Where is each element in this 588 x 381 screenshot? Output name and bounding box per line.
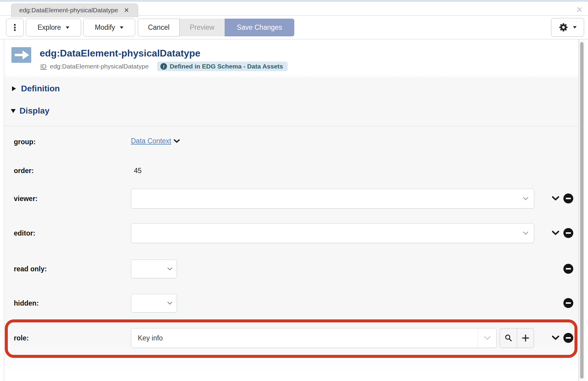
hidden-field-label: hidden: bbox=[14, 299, 39, 307]
select-chevron-icon bbox=[523, 197, 529, 200]
plus-icon bbox=[521, 334, 530, 342]
tab-close-icon[interactable]: × bbox=[124, 7, 129, 13]
chevron-down-icon[interactable] bbox=[174, 139, 180, 143]
viewer-options-chevron-icon[interactable] bbox=[552, 196, 560, 201]
explore-menu-button[interactable]: Explore bbox=[26, 19, 81, 36]
tab-data-element[interactable]: edg:DataElement-physicalDatatype × bbox=[11, 4, 138, 17]
collapsed-triangle-icon bbox=[12, 86, 16, 91]
content-panel: edg:DataElement-physicalDatatype ID edg:… bbox=[4, 39, 579, 381]
kebab-menu-icon: ⋮ bbox=[11, 22, 20, 33]
defined-in-badge: ! Defined in EDG Schema - Data Assets bbox=[157, 62, 287, 71]
section-definition[interactable]: Definition bbox=[12, 84, 60, 93]
role-search-button[interactable] bbox=[500, 328, 517, 348]
scrollbar-thumb[interactable] bbox=[580, 42, 583, 379]
viewer-select[interactable] bbox=[131, 189, 534, 209]
id-value: edg:DataElement-physicalDatatype bbox=[50, 63, 149, 70]
modify-label: Modify bbox=[95, 23, 115, 32]
order-field-label: order: bbox=[14, 166, 34, 175]
editor-field-label: editor: bbox=[14, 229, 35, 237]
search-icon bbox=[504, 334, 513, 342]
hidden-remove-icon[interactable] bbox=[563, 298, 573, 308]
tab-title: edg:DataElement-physicalDatatype bbox=[19, 7, 118, 14]
role-value: Key info bbox=[131, 334, 163, 342]
settings-button[interactable] bbox=[551, 18, 584, 37]
save-changes-button[interactable]: Save Changes bbox=[225, 19, 294, 36]
editor-remove-icon[interactable] bbox=[563, 228, 573, 238]
defined-in-badge-label: Defined in EDG Schema - Data Assets bbox=[170, 63, 283, 70]
modify-menu-button[interactable]: Modify bbox=[83, 19, 135, 36]
read-only-field-label: read only: bbox=[14, 265, 47, 273]
section-display-label: Display bbox=[20, 106, 50, 116]
role-remove-icon[interactable] bbox=[563, 333, 573, 343]
role-field-label: role: bbox=[14, 334, 29, 342]
role-tools-group bbox=[500, 328, 534, 348]
select-chevron-icon bbox=[523, 231, 529, 235]
viewer-field-label: viewer: bbox=[14, 194, 38, 203]
caret-down-icon bbox=[120, 26, 123, 29]
expanded-triangle-icon bbox=[11, 109, 16, 113]
page-title: edg:DataElement-physicalDatatype bbox=[40, 47, 200, 60]
gear-icon bbox=[559, 22, 569, 32]
preview-button[interactable]: Preview bbox=[180, 19, 225, 36]
info-icon: ! bbox=[160, 63, 167, 70]
toolbar: ⋮ Explore Modify Cancel Preview Save Cha… bbox=[0, 16, 588, 39]
hidden-select[interactable] bbox=[131, 294, 177, 312]
read-only-remove-icon[interactable] bbox=[563, 264, 573, 274]
section-definition-label: Definition bbox=[21, 84, 60, 93]
group-field-value: Data Context bbox=[131, 137, 180, 145]
cancel-button[interactable]: Cancel bbox=[138, 19, 180, 36]
role-disabled-chevron-icon bbox=[478, 328, 496, 348]
kebab-menu-button[interactable]: ⋮ bbox=[6, 19, 24, 36]
caret-down-icon bbox=[573, 26, 577, 29]
section-display[interactable]: Display bbox=[11, 106, 50, 116]
group-field-label: group: bbox=[14, 138, 36, 146]
group-value-link[interactable]: Data Context bbox=[131, 137, 171, 145]
edit-actions-group: Cancel Preview Save Changes bbox=[138, 19, 294, 36]
role-options-chevron-icon[interactable] bbox=[552, 335, 560, 340]
window-close-icon[interactable]: × bbox=[576, 4, 583, 15]
resource-arrow-icon bbox=[11, 47, 31, 63]
viewer-remove-icon[interactable] bbox=[563, 194, 573, 203]
section-divider bbox=[4, 126, 578, 126]
read-only-select[interactable] bbox=[131, 260, 177, 278]
role-add-button[interactable] bbox=[517, 328, 534, 348]
explore-label: Explore bbox=[38, 23, 61, 32]
select-chevron-icon bbox=[167, 302, 172, 305]
editor-options-chevron-icon[interactable] bbox=[552, 230, 560, 236]
order-field-value: 45 bbox=[134, 166, 142, 175]
select-chevron-icon bbox=[167, 267, 172, 271]
editor-select[interactable] bbox=[131, 223, 534, 243]
resource-id-row: ID edg:DataElement-physicalDatatype ! De… bbox=[40, 61, 288, 72]
role-input[interactable]: Key info bbox=[131, 328, 497, 348]
id-label: ID bbox=[40, 63, 47, 70]
caret-down-icon bbox=[66, 26, 69, 29]
